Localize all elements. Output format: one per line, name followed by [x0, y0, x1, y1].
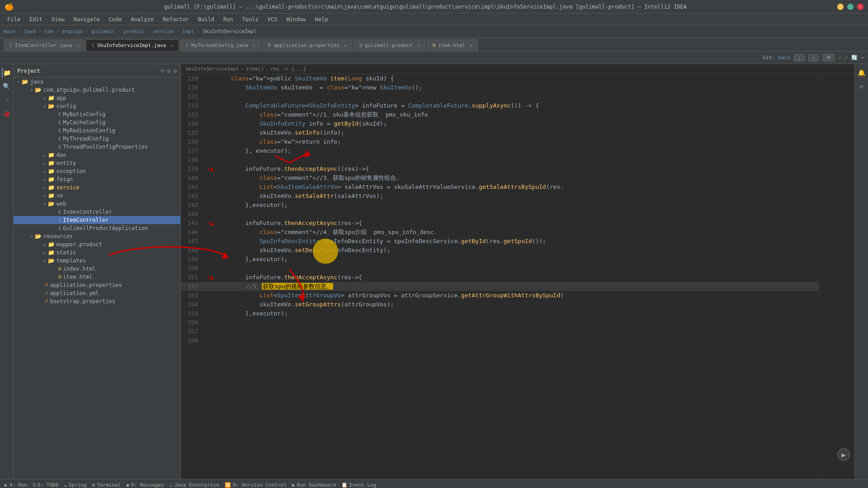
code-line-content[interactable]: List<SpuItemAttrGroupVo> attrGroupVos = … — [217, 291, 818, 300]
code-line-content[interactable]: }, executor); — [217, 146, 818, 155]
tree-item-com-atguigu-gulimall-product[interactable]: ▾📂com.atguigu.gulimall.product — [14, 86, 180, 94]
tab-MyThreadConfig-java[interactable]: CMyThreadConfig.java✕ — [180, 39, 261, 51]
tab-close-icon[interactable]: ✕ — [76, 43, 79, 48]
tree-item-MyCacheConfig[interactable]: CMyCacheConfig — [14, 118, 180, 127]
code-line-content[interactable]: infoFuture.thenAcceptAsync(res->{ — [217, 273, 818, 282]
tab-ItemController-java[interactable]: CItemController.java✕ — [4, 39, 85, 51]
tree-item-exception[interactable]: ▸📁exception — [14, 167, 180, 175]
sidebar-collapse-icon[interactable]: ⊟ — [168, 68, 171, 74]
code-line-content[interactable]: },executor); — [217, 201, 818, 210]
code-line-content[interactable]: SkuItemVo skuItemVo = class="kw">new Sku… — [217, 83, 818, 92]
menu-item-navigate[interactable]: Navigate — [70, 15, 104, 23]
git-refresh-icon[interactable]: 🔄 — [851, 55, 858, 61]
menu-item-edit[interactable]: Edit — [26, 15, 46, 23]
nav-java[interactable]: java — [24, 28, 36, 34]
nav-impl[interactable]: impl — [182, 28, 194, 34]
code-line-content[interactable]: class="kw">return info; — [217, 137, 818, 146]
tree-item-IndexController[interactable]: CIndexController — [14, 208, 180, 216]
code-line-content[interactable]: infoFuture.thenAcceptAsync((res)->{ — [217, 164, 818, 174]
activity-debug-icon[interactable]: 🐞 — [2, 108, 12, 118]
tree-item-ItemController[interactable]: CItemController — [14, 216, 180, 224]
menu-item-refactor[interactable]: Refactor — [159, 15, 193, 23]
git-update-button[interactable]: ↓ — [794, 54, 805, 61]
code-line-content[interactable]: },executor); — [217, 255, 818, 264]
code-line-content[interactable]: //5、获取spu的规格参数信息。 — [217, 282, 818, 291]
tree-item-app[interactable]: ▸📁app — [14, 94, 180, 102]
code-line-content[interactable]: CompletableFuture<SkuInfoEntity> infoFut… — [217, 101, 818, 110]
code-line-content[interactable]: },executor); — [217, 309, 818, 318]
activity-git-icon[interactable]: ⑂ — [2, 95, 12, 105]
menu-item-run[interactable]: Run — [220, 15, 237, 23]
bottom-item-0--Messages[interactable]: ◉0: Messages — [126, 482, 164, 488]
code-line-content[interactable]: skuItemVo.setInfo(info); — [217, 128, 818, 137]
code-line-content[interactable]: List<SkuItemSaleAttrVo> saleAttrVos = sk… — [217, 183, 818, 192]
tab-gulimall-product[interactable]: Ggulimall-product✕ — [354, 39, 426, 51]
menu-item-file[interactable]: File — [4, 15, 24, 23]
sidebar-sync-icon[interactable]: ⟳ — [160, 68, 165, 74]
tab-close-icon[interactable]: ✕ — [417, 43, 420, 48]
tree-item-service[interactable]: ▸📁service — [14, 183, 180, 192]
tab-close-icon[interactable]: ✕ — [344, 43, 347, 48]
tab-item-html[interactable]: Hitem.html✕ — [427, 39, 478, 51]
menu-item-window[interactable]: Window — [283, 15, 309, 23]
activity-search-icon[interactable]: 🔍 — [2, 81, 12, 91]
code-panel[interactable]: 129 class="kw">public SkuItemVo item(Lon… — [181, 74, 818, 479]
code-line-content[interactable]: infoFuture.thenAcceptAsync(res->{ — [217, 219, 818, 228]
bc-method[interactable]: item() — [246, 66, 264, 72]
nav-atguigu[interactable]: atguigu — [62, 28, 83, 34]
tab-application-properties[interactable]: Papplication.properties✕ — [262, 39, 353, 51]
code-line-content[interactable]: class="comment">//3、获取spu的销售属性组合。 — [217, 174, 818, 183]
tab-close-icon[interactable]: ✕ — [170, 43, 173, 48]
menu-item-code[interactable]: Code — [105, 15, 126, 23]
tree-item-bootstrap-properties[interactable]: Pbootstrap.properties — [14, 297, 180, 305]
tree-item-application-yml[interactable]: Yapplication.yml — [14, 289, 180, 297]
nav-com[interactable]: com — [44, 28, 53, 34]
tab-close-icon[interactable]: ✕ — [470, 43, 472, 48]
nav-product[interactable]: product — [123, 28, 144, 34]
code-line-content[interactable]: SpuInfoDescEntity spuInfoDescEntity = sp… — [217, 237, 818, 246]
tree-item-web[interactable]: ▾📂web — [14, 200, 180, 208]
nav-gulimall[interactable]: gulimall — [91, 28, 115, 34]
tree-item-ThreadPoolConfigProperties[interactable]: CThreadPoolConfigProperties — [14, 143, 180, 151]
menu-item-help[interactable]: Help — [311, 15, 332, 23]
menu-item-view[interactable]: View — [48, 15, 68, 23]
tree-item-MyRedissonConfig[interactable]: CMyRedissonConfig — [14, 127, 180, 135]
tree-item-MyBatisConfig[interactable]: CMyBatisConfig — [14, 110, 180, 118]
git-push-button[interactable]: ↑ — [808, 54, 819, 61]
right-notifications-icon[interactable]: 🔔 — [857, 68, 867, 78]
code-line-content[interactable]: skuItemVo.setDesp(spuInfoDescEntity); — [217, 246, 818, 255]
menu-item-tools[interactable]: Tools — [239, 15, 262, 23]
close-button[interactable]: ✕ — [857, 4, 863, 10]
maximize-button[interactable]: □ — [847, 4, 854, 10]
bc-lambda[interactable]: res -> {...} — [270, 66, 306, 72]
tree-item-config[interactable]: ▾📂config — [14, 102, 180, 110]
code-line-content[interactable]: class="comment">//1、sku基本信息获取 pms_sku_in… — [217, 110, 818, 119]
bottom-item-4--Run[interactable]: ▶4: Run — [5, 482, 27, 488]
code-line-content[interactable]: class="kw">public SkuItemVo item(Long sk… — [217, 74, 818, 83]
menu-item-analyze[interactable]: Analyze — [127, 15, 157, 23]
tree-item-java[interactable]: ▾📂java — [14, 78, 180, 86]
bottom-item-Java-Enterprise[interactable]: ☕Java Enterprise — [170, 482, 219, 488]
menu-item-build[interactable]: Build — [194, 15, 218, 23]
tree-item-resources[interactable]: ▾📂resources — [14, 232, 180, 240]
git-revert-icon[interactable]: ↩ — [861, 55, 864, 61]
code-line-content[interactable]: class="comment">//4、获取spu介绍 pms_spu_info… — [217, 228, 818, 237]
tree-item-feign[interactable]: ▸📁feign — [14, 175, 180, 183]
tree-item-MyThreadConfig[interactable]: CMyThreadConfig — [14, 135, 180, 143]
code-line-content[interactable]: skuItemVo.setGroupAttrs(attrGroupVos); — [217, 300, 818, 309]
nav-service[interactable]: service — [153, 28, 174, 34]
bottom-item-Event-Log[interactable]: 📋Event Log — [341, 482, 377, 488]
tree-item-static[interactable]: ▸📁static — [14, 249, 180, 257]
code-line-content[interactable]: SkuInfoEntity info = getById(skuId); — [217, 119, 818, 128]
activity-project-icon[interactable]: 📁 — [2, 68, 12, 78]
tab-close-icon[interactable]: ✕ — [253, 43, 255, 48]
menu-item-vcs[interactable]: VCS — [264, 15, 281, 23]
tree-item-vo[interactable]: ▸📁vo — [14, 192, 180, 200]
code-line-content[interactable]: skuItemVo.setSaleAttr(saleAttrVos); — [217, 192, 818, 201]
tree-item-GulimallProductApplication[interactable]: CGulimallProductApplication — [14, 224, 180, 232]
tab-SkuInfoServiceImpl-java[interactable]: CSkuInfoServiceImpl.java✕ — [86, 39, 179, 51]
git-rollback-button[interactable]: ⟲ — [822, 54, 835, 61]
bottom-item-Run-Dashboard[interactable]: ▶Run Dashboard — [292, 482, 336, 488]
bc-file[interactable]: SkuInfoServiceImpl — [185, 66, 239, 72]
bottom-item-9--Version-Control[interactable]: 🔀9: Version Control — [225, 482, 287, 488]
